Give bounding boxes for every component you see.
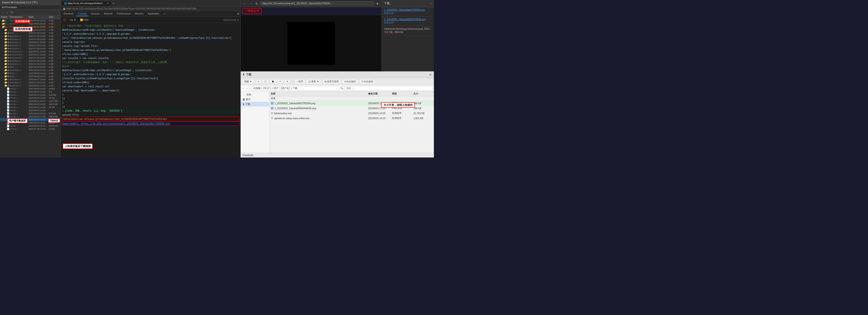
fm-file-type: PNG 文件 — [392, 107, 413, 110]
back-icon[interactable]: ← — [242, 1, 247, 6]
file-row[interactable]: 📁 b1fbb501020c46ff88577a3fe103c0ec1 drwx… — [0, 75, 61, 78]
forward-icon[interactable]: → — [248, 1, 253, 6]
devtools-tabs: Elements Console Sources Network Perform… — [61, 11, 240, 17]
sidebar-item-pictures[interactable]: 🖼 图片 — [241, 97, 269, 102]
file-row[interactable]: 📁 app_x5webview drwxrwxx--x 2022-08-06 1… — [0, 69, 61, 72]
delete-btn[interactable]: ✕ — [284, 79, 290, 83]
sidebar-item-documents[interactable]: 📄 文档 — [241, 92, 269, 97]
download-item-0[interactable]: 1_20230925_18acba3d0cf790594.png 打开文件 — [382, 7, 434, 16]
paste-btn[interactable]: ⬢ — [270, 79, 276, 83]
file-row[interactable]: 📄 anonym-shm -rw-rw---- 2023-09-25 14:53… — [0, 96, 61, 100]
console-line: //上传文件/图片，可以是本地路径，简单！！！！配合上一步的文件id，完成文件上… — [62, 60, 240, 64]
file-row[interactable]: 📁 cache drwxrwxx--x 2023-09-17 15:39 4 K… — [0, 78, 61, 81]
tab-memory[interactable]: Memory — [133, 12, 145, 16]
upload-icon[interactable]: ↑ — [1, 10, 4, 14]
download-item-2[interactable]: odfafepnkmbbcpbejgmiehpchacaeak_6854 无法下… — [382, 26, 434, 35]
file-row[interactable]: 📄 auth-shm -rw-rw---- 2023-09-25 14:54 3… — [0, 106, 61, 109]
file-name: app_webview — [8, 66, 9, 68]
file-perms: -rw-rw---- — [9, 88, 29, 90]
browser-url-input[interactable] — [260, 1, 374, 5]
file-row[interactable]: 📄 b1fbb501020c46ff88577a3fe103c0ec -rw-r… — [0, 112, 61, 115]
view-btn[interactable]: ◫ 查看 ▼ — [306, 79, 321, 84]
new-tab-btn[interactable]: + — [111, 2, 116, 5]
folder-icon: 📁 — [4, 72, 7, 74]
file-row[interactable]: 📁 app_sslcache drwxrwxx--x 2022-07-26 10… — [0, 47, 61, 50]
fm-file-type: 应用程序 — [392, 116, 413, 120]
folder-icon: 📁 — [4, 47, 7, 50]
file-row[interactable]: 📄 chat_b1fbb501020c46ff88577a3fe103c0ec-… — [0, 124, 61, 127]
file-row[interactable]: 📄 auth-wal -rw-rw---- 2023-09-25 14:54 — [0, 109, 61, 112]
copy-btn[interactable]: ⬡ — [262, 79, 269, 83]
refresh-icon[interactable]: ↻ — [254, 1, 259, 6]
new-folder-btn[interactable]: 新建 ▼ — [242, 79, 254, 84]
file-row[interactable]: 📄 database -rw-rw---- 2022-07-26 13:44 1… — [0, 127, 61, 130]
file-row[interactable]: 📁 app_webview drwx------ 2023-09-25 09:0… — [0, 65, 61, 69]
file-row[interactable]: 📁 b1fbb501020c46ff88577a3fe103c0ec drwx-… — [0, 72, 61, 75]
file-row[interactable]: 📁 anonym1 drwx------ 2022-07-26 10:42 4 … — [0, 31, 61, 35]
download-item-1[interactable]: 1_20230925_18acba06846446636.png 打开文件 — [382, 16, 434, 26]
sidebar-collapse-icon[interactable]: □ — [430, 2, 432, 5]
file-row[interactable]: 📁 app_tbs_common_share drwxrwxr-xr-x 202… — [0, 56, 61, 59]
file-row[interactable]: 📁 app_lib drwxrwxx--x 2022-07-26 10:42 4… — [0, 44, 61, 47]
back-nav-icon[interactable]: ← — [242, 87, 245, 90]
rename-btn[interactable]: ✏ — [277, 79, 283, 83]
file-row[interactable]: 📄 auth -rw-rw---- 2023-09-25 14:54 402.4… — [0, 103, 61, 106]
fm-main: 名称 修改日期 类型 大小 今天 🖼 1_20230925_18acba3d0c… — [269, 91, 434, 153]
wallpaper-btn[interactable]: ⊞ 设置为背景 — [322, 79, 341, 84]
download-bottom-label: Download — [241, 153, 434, 158]
rotate-right-btn[interactable]: ↻ 向右旋转 — [359, 79, 376, 84]
file-row[interactable]: 📁 databases drwxrwxx--x 2023-09-25 14:26… — [0, 84, 61, 87]
file-row[interactable]: 📁 app_flutter drwxrwxx--x 2023-09-21 09:… — [0, 41, 61, 44]
forward-nav-icon[interactable]: → — [246, 87, 248, 90]
fm-file-row[interactable]: 🖼 1_20230925_18acba06846446636.png 2023/… — [269, 106, 434, 111]
file-size: 32 KB — [49, 121, 60, 124]
file-row[interactable]: 📄 chat_b1fbb501020c46ff88577a3fe103c0ec-… — [0, 121, 61, 124]
rotate-left-btn[interactable]: ↺ 向左旋转 — [342, 79, 358, 84]
tab-performance[interactable]: Performance — [115, 12, 132, 16]
fm-search-input[interactable] — [344, 86, 432, 90]
console-content: // 下载文件/图片，可以是不完路径，返回文件id，简单！！！！！WebView… — [61, 23, 240, 158]
devtools-settings-icon[interactable]: ⚙ — [237, 12, 240, 15]
tab-close-icon[interactable]: ✕ — [107, 2, 109, 5]
file-row[interactable]: 📁 app_tbs drwxrwxr-xr-x 2023-09-21 10:00… — [0, 50, 61, 53]
tab-console[interactable]: Console — [76, 12, 89, 16]
file-row[interactable]: 📁 .cestum drwx------ 2023-09-13 22:57 4 … — [0, 28, 61, 31]
refresh-icon[interactable]: ↻ — [10, 10, 14, 14]
file-row[interactable]: 📄 jobqueue-Music-Job-UID-b1fbb501020c46f… — [0, 90, 61, 93]
file-row[interactable]: 📁 app_dex drwxrwxx--x 2022-07-26 10:42 4… — [0, 38, 61, 41]
file-row[interactable]: 📄 anonym-wal -rw-rw---- 2023-09-21 22:47… — [0, 100, 61, 103]
file-row[interactable]: 📄 jobqueue-Music-Job-UID-b1fbb501020c46f… — [0, 87, 61, 90]
fm-file-row[interactable]: 🖼 1_20230925_18acba3d0cf790594.png 2023/… — [269, 101, 434, 106]
filter-icon[interactable]: 🔽 Filter — [79, 18, 90, 22]
fm-close-btn[interactable]: ✕ — [429, 73, 432, 77]
tab-elements[interactable]: Elements — [62, 12, 75, 16]
file-row[interactable]: 📄 b1fbb501020c46ff88577a3fe103c0ec-wal -… — [0, 115, 61, 118]
file-row[interactable]: 📁 app_cache drwxrwxx--x 2022-07-26 10:42… — [0, 35, 61, 38]
cut-btn[interactable]: ✂ — [255, 79, 261, 83]
clear-icon[interactable]: 🚫 — [62, 18, 67, 22]
tab-network[interactable]: Network — [102, 12, 115, 16]
bookmark-icon[interactable]: ★ — [375, 1, 380, 6]
file-perms: -rw-rw---- — [9, 103, 29, 105]
sidebar-item-downloads[interactable]: ⬇ 下载 — [241, 102, 269, 107]
fm-address-input[interactable] — [252, 86, 340, 90]
file-row[interactable]: 📁 app_tbs_64 drwxrwxr-xr-x 2023-09-21 10… — [0, 53, 61, 56]
file-row[interactable]: 📄 chat_b1fbb501020c46ff88577a3fe103c0ec … — [0, 118, 61, 121]
fm-file-row[interactable]: ⚙ apowerrec-setup-saas-online.exe 2023/9… — [269, 116, 434, 121]
chrome-tab[interactable]: 🌐 https://m.ds.163.com/square/63ea17eec8… — [62, 1, 111, 6]
file-row[interactable]: 📄 anonym -rw-rw---- 2023-09-24 16:18 316… — [0, 93, 61, 96]
tab-more[interactable]: » — [162, 12, 167, 16]
download-icon[interactable]: ↓ — [6, 10, 8, 14]
file-row[interactable]: 📁 com.netease.gl drwx------ 2023-09-21 0… — [0, 25, 61, 28]
file-row[interactable]: 📁 app_textures drwxrwxx--x 2022-07-26 10… — [0, 62, 61, 65]
fm-file-row[interactable]: ⚙ bdcamsetup.exe 2023/9/25 14:25 应用程序 31… — [269, 111, 434, 116]
up-nav-icon[interactable]: ↑ — [249, 87, 251, 90]
tab-sources[interactable]: Sources — [89, 12, 101, 16]
file-row[interactable]: 📁 code_cache drwxrwxx--x 2022-07-26 10:4… — [0, 81, 61, 84]
file-row[interactable]: 📁 app_tbs5qmsp drwxrwxx--x 2022-07-26 13… — [0, 59, 61, 62]
sort-btn[interactable]: ↕ 排序 — [294, 79, 306, 84]
fm-file-name: 1_20230925_18acba3d0cf790594.png — [275, 102, 315, 105]
fm-table-body: 今天 🖼 1_20230925_18acba3d0cf790594.png 20… — [269, 96, 434, 153]
file-name: com.netease.gl — [5, 26, 9, 28]
tab-application[interactable]: Application — [146, 12, 161, 16]
